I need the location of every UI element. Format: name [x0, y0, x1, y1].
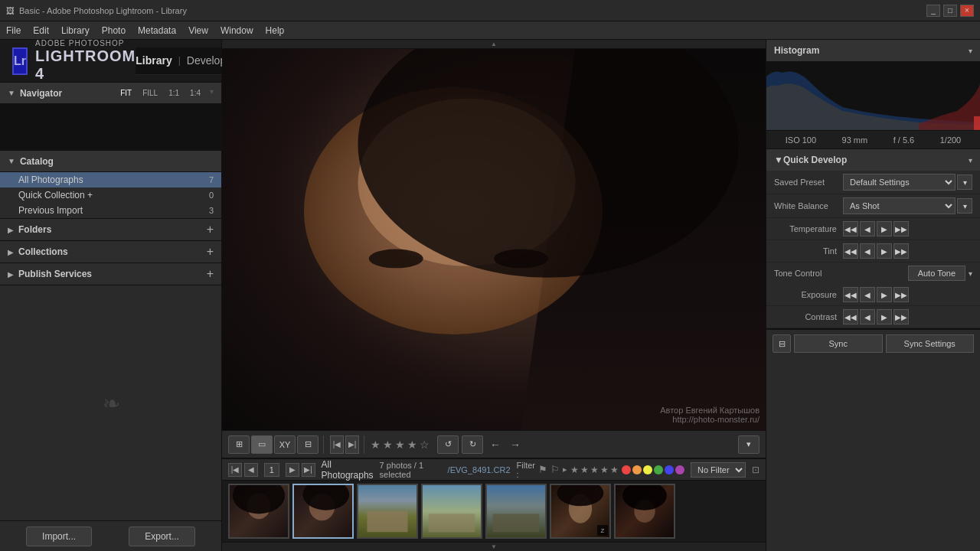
sync-settings-button[interactable]: Sync Settings	[886, 334, 975, 353]
folders-add-button[interactable]: +	[207, 223, 214, 236]
white-balance-expand[interactable]: ▾	[957, 198, 972, 214]
histogram-expand-icon[interactable]: ▾	[969, 47, 972, 55]
tab-develop[interactable]: Develop	[187, 54, 226, 67]
nav-1-4[interactable]: 1:4	[187, 87, 204, 99]
filter-arrow-icon[interactable]: ▸	[563, 465, 567, 474]
filmstrip-prev-btn[interactable]: ◀	[244, 463, 258, 477]
filmstrip-thumb-5[interactable]	[485, 484, 547, 539]
exposure-inc-dbl[interactable]: ▶▶	[893, 287, 909, 302]
rotate-right-button[interactable]: ↻	[462, 435, 483, 454]
menu-photo[interactable]: Photo	[102, 25, 126, 36]
sync-button[interactable]: Sync	[794, 334, 883, 353]
temp-inc[interactable]: ▶	[877, 221, 892, 236]
menu-help[interactable]: Help	[266, 25, 285, 36]
nav-1-1[interactable]: 1:1	[165, 87, 182, 99]
collections-add-button[interactable]: +	[207, 245, 214, 259]
bottom-collapse-button[interactable]: ▼	[222, 542, 766, 551]
menu-window[interactable]: Window	[220, 25, 253, 36]
filter-green-dot[interactable]	[654, 465, 663, 474]
nav-dropdown[interactable]: ▾	[210, 87, 214, 99]
menu-library[interactable]: Library	[61, 25, 90, 36]
qd-expand-icon[interactable]: ▾	[969, 156, 972, 165]
sync-panel-icon[interactable]: ⊟	[773, 334, 791, 353]
filter-star-5[interactable]: ★	[610, 465, 619, 475]
star-5[interactable]: ☆	[420, 439, 430, 451]
tint-dec-dbl[interactable]: ◀◀	[843, 243, 858, 259]
filter-purple-dot[interactable]	[675, 465, 684, 474]
folders-header[interactable]: ▶ Folders +	[0, 219, 221, 240]
filmstrip-toggle-button[interactable]: ▾	[738, 435, 760, 454]
tone-drop-icon[interactable]: ▾	[969, 269, 972, 278]
view-compare-button[interactable]: XY	[274, 435, 296, 454]
temp-dec[interactable]: ◀	[860, 221, 875, 236]
contrast-inc-dbl[interactable]: ▶▶	[893, 309, 909, 324]
nav-fit[interactable]: FIT	[117, 87, 135, 99]
maximize-button[interactable]: □	[943, 5, 957, 17]
minimize-button[interactable]: _	[926, 5, 940, 17]
saved-preset-select[interactable]: Default Settings	[843, 174, 956, 191]
histogram-header[interactable]: Histogram ▾	[766, 40, 980, 61]
publish-services-add-button[interactable]: +	[207, 267, 214, 281]
filmstrip-last-btn[interactable]: ▶|	[302, 463, 315, 477]
tint-dec[interactable]: ◀	[860, 243, 875, 259]
star-1[interactable]: ★	[371, 439, 381, 451]
publish-services-header[interactable]: ▶ Publish Services +	[0, 263, 221, 285]
nav-fill[interactable]: FILL	[139, 87, 161, 99]
filter-dropdown[interactable]: No Filter	[691, 462, 746, 478]
filter-blue-dot[interactable]	[665, 465, 674, 474]
menu-metadata[interactable]: Metadata	[138, 25, 176, 36]
white-balance-select[interactable]: As Shot	[843, 197, 956, 214]
rotate-left-button[interactable]: ↺	[437, 435, 459, 454]
catalog-item-all[interactable]: All Photographs 7	[0, 172, 221, 187]
close-button[interactable]: ×	[960, 5, 974, 17]
contrast-dec-dbl[interactable]: ◀◀	[843, 309, 858, 324]
filter-star-2[interactable]: ★	[580, 465, 589, 475]
filmstrip-thumb-2[interactable]	[292, 484, 354, 539]
title-bar-controls[interactable]: _ □ ×	[926, 5, 974, 17]
star-2[interactable]: ★	[383, 439, 393, 451]
filter-red-dot[interactable]	[622, 465, 631, 474]
tab-library[interactable]: Library	[136, 54, 172, 67]
catalog-item-quick[interactable]: Quick Collection + 0	[0, 187, 221, 203]
catalog-header[interactable]: ▼ Catalog	[0, 151, 221, 172]
export-button[interactable]: Export...	[129, 527, 195, 546]
filter-orange-dot[interactable]	[632, 465, 642, 474]
contrast-inc[interactable]: ▶	[877, 309, 892, 324]
auto-tone-button[interactable]: Auto Tone	[908, 266, 965, 281]
filmstrip-expand-icon[interactable]: ⊡	[752, 465, 760, 475]
exposure-inc[interactable]: ▶	[877, 287, 892, 302]
menu-file[interactable]: File	[6, 25, 21, 36]
quick-develop-header[interactable]: ▼ Quick Develop ▾	[766, 149, 980, 171]
filmstrip-path[interactable]: /EVG_8491.CR2	[448, 465, 511, 474]
menu-edit[interactable]: Edit	[33, 25, 49, 36]
star-4[interactable]: ★	[407, 439, 417, 451]
view-survey-button[interactable]: ⊟	[297, 435, 318, 454]
temp-inc-dbl[interactable]: ▶▶	[893, 221, 909, 236]
filter-reject-icon[interactable]: ⚐	[550, 464, 560, 475]
exposure-dec[interactable]: ◀	[860, 287, 875, 302]
filmstrip-thumb-7[interactable]	[614, 484, 675, 539]
view-grid-button[interactable]: ⊞	[228, 435, 250, 454]
filter-star-1[interactable]: ★	[570, 465, 579, 475]
filter-flag-icon[interactable]: ⚑	[538, 464, 547, 475]
catalog-item-prev-import[interactable]: Previous Import 3	[0, 203, 221, 218]
filmstrip-prev[interactable]: ▶|	[345, 435, 359, 454]
filmstrip-prev-prev[interactable]: |◀	[330, 435, 344, 454]
tint-inc-dbl[interactable]: ▶▶	[893, 243, 909, 259]
next-photo-arrow[interactable]: →	[510, 439, 521, 451]
filmstrip-thumb-4[interactable]	[421, 484, 482, 539]
exposure-dec-dbl[interactable]: ◀◀	[843, 287, 858, 302]
top-collapse-button[interactable]: ▲	[222, 40, 766, 49]
star-3[interactable]: ★	[395, 439, 405, 451]
filmstrip-thumb-1[interactable]	[228, 484, 289, 539]
filter-yellow-dot[interactable]	[643, 465, 652, 474]
prev-photo-arrow[interactable]: ←	[490, 439, 501, 451]
filmstrip-thumb-6[interactable]: Z	[550, 484, 611, 539]
filter-star-4[interactable]: ★	[600, 465, 609, 475]
filmstrip-thumb-3[interactable]	[357, 484, 418, 539]
collections-header[interactable]: ▶ Collections +	[0, 241, 221, 262]
navigator-header[interactable]: ▼ Navigator FIT FILL 1:1 1:4 ▾	[0, 83, 221, 104]
contrast-dec[interactable]: ◀	[860, 309, 875, 324]
menu-view[interactable]: View	[188, 25, 208, 36]
filmstrip-next-btn[interactable]: ▶	[286, 463, 299, 477]
